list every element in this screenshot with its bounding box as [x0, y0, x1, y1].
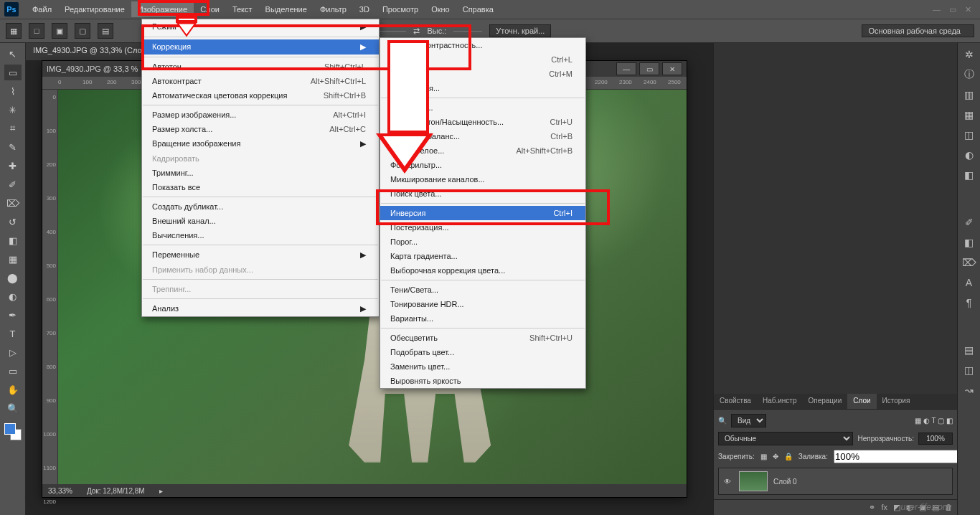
- width-field[interactable]: [377, 31, 406, 32]
- menu-item[interactable]: Показать все: [142, 180, 379, 194]
- visibility-icon[interactable]: 👁: [722, 478, 733, 486]
- dodge-tool-icon[interactable]: ◐: [4, 288, 22, 304]
- brushes-panel-icon[interactable]: ✐: [962, 215, 976, 230]
- menu-item[interactable]: Тени/Света...: [380, 283, 585, 297]
- brush-tool-icon[interactable]: ✐: [4, 176, 22, 192]
- menu-item[interactable]: Размер изображения...Alt+Ctrl+I: [142, 108, 379, 122]
- eraser-tool-icon[interactable]: ◧: [4, 232, 22, 248]
- character-panel-icon[interactable]: A: [962, 275, 976, 290]
- panel-tab-3[interactable]: Слои: [847, 394, 876, 409]
- layer-name[interactable]: Слой 0: [773, 478, 797, 486]
- menu-item[interactable]: Фотофильтр...: [380, 158, 585, 172]
- workspace-selector[interactable]: Основная рабочая среда: [862, 24, 974, 37]
- menu-файл[interactable]: Файл: [26, 1, 58, 17]
- menu-item[interactable]: ИнверсияCtrl+I: [380, 206, 585, 220]
- menu-редактирование[interactable]: Редактирование: [58, 1, 131, 17]
- pen-tool-icon[interactable]: ✒: [4, 307, 22, 323]
- clone-source-icon[interactable]: ⌦: [962, 255, 976, 270]
- lock-all-icon[interactable]: 🔒: [784, 453, 793, 460]
- menu-item[interactable]: Вращение изображения▶: [142, 136, 379, 151]
- minimize-icon[interactable]: —: [933, 5, 941, 14]
- menu-слои[interactable]: Слои: [194, 1, 226, 17]
- maximize-icon[interactable]: ▭: [949, 5, 956, 14]
- height-field[interactable]: [453, 31, 482, 32]
- menu-item[interactable]: Поиск цвета...: [380, 186, 585, 201]
- color-swatch[interactable]: [4, 423, 22, 440]
- paragraph-panel-icon[interactable]: ¶: [962, 296, 976, 310]
- selection-add-icon[interactable]: ▣: [52, 23, 67, 39]
- adjustments-panel-icon[interactable]: ◐: [962, 148, 976, 162]
- styles-panel-icon[interactable]: ◧: [962, 168, 976, 182]
- info-panel-icon[interactable]: ⓘ: [962, 67, 976, 82]
- crop-tool-icon[interactable]: ⌗: [4, 121, 22, 136]
- path-select-tool-icon[interactable]: ▷: [4, 344, 22, 360]
- panel-tab-4[interactable]: История: [877, 394, 916, 409]
- menu-item[interactable]: Экспозиция...: [380, 81, 585, 95]
- layer-row[interactable]: 👁 Слой 0: [718, 468, 953, 495]
- menu-item[interactable]: Коррекция▶: [142, 39, 379, 55]
- swap-icon[interactable]: ⇄: [413, 27, 420, 36]
- close-icon[interactable]: ✕: [965, 5, 971, 14]
- zoom-value[interactable]: 33,33%: [48, 487, 72, 495]
- menu-item[interactable]: Выборочная коррекция цвета...: [380, 263, 585, 278]
- history-brush-tool-icon[interactable]: ↺: [4, 214, 22, 230]
- menu-item[interactable]: ОбесцветитьShift+Ctrl+U: [380, 331, 585, 345]
- menu-item[interactable]: Постеризация...: [380, 220, 585, 235]
- doc-close-icon[interactable]: ✕: [662, 62, 682, 75]
- menu-item[interactable]: Цветовой тон/Насыщенность...Ctrl+U: [380, 115, 585, 129]
- layer-thumbnail[interactable]: [739, 471, 768, 491]
- lasso-tool-icon[interactable]: ⌇: [4, 83, 22, 99]
- menu-item[interactable]: Заменить цвет...: [380, 359, 585, 374]
- layer-filter-select[interactable]: Вид: [731, 414, 766, 427]
- menu-item[interactable]: Размер холста...Alt+Ctrl+C: [142, 122, 379, 136]
- menu-item[interactable]: Тримминг...: [142, 166, 379, 180]
- menu-item[interactable]: Варианты...: [380, 311, 585, 326]
- move-tool-icon[interactable]: ↖: [4, 46, 22, 62]
- menu-item[interactable]: Переменные▶: [142, 247, 379, 263]
- menu-item[interactable]: Подобрать цвет...: [380, 345, 585, 359]
- panel-tab-2[interactable]: Операции: [802, 394, 847, 409]
- eyedropper-tool-icon[interactable]: ✎: [4, 139, 22, 155]
- brush-presets-icon[interactable]: ◧: [962, 235, 976, 250]
- menu-item[interactable]: Тонирование HDR...: [380, 297, 585, 311]
- menu-item[interactable]: Цветовой баланс...Ctrl+B: [380, 129, 585, 143]
- tool-preset-icon[interactable]: ▦: [6, 23, 22, 39]
- type-tool-icon[interactable]: T: [4, 326, 22, 341]
- layer-mask-icon[interactable]: ◩: [893, 503, 900, 512]
- menu-изображение[interactable]: Изображение: [131, 1, 194, 17]
- refine-edge-button[interactable]: Уточн. край...: [489, 24, 551, 37]
- menu-item[interactable]: Вычисления...: [142, 228, 379, 242]
- menu-item[interactable]: Внешний канал...: [142, 214, 379, 228]
- menu-item[interactable]: Карта градиента...: [380, 249, 585, 263]
- menu-item[interactable]: АвтотонShift+Ctrl+L: [142, 60, 379, 74]
- menu-item[interactable]: АвтоконтрастAlt+Shift+Ctrl+L: [142, 74, 379, 88]
- layers-panel-icon[interactable]: ▤: [962, 343, 976, 357]
- menu-выделение[interactable]: Выделение: [259, 1, 314, 17]
- quick-select-tool-icon[interactable]: ✳: [4, 102, 22, 118]
- doc-minimize-icon[interactable]: —: [616, 62, 636, 75]
- panel-tab-1[interactable]: Наб.инстр: [757, 394, 803, 409]
- shape-tool-icon[interactable]: ▭: [4, 363, 22, 379]
- menu-item[interactable]: Режим▶: [142, 19, 379, 34]
- menu-item[interactable]: Уровни...Ctrl+L: [380, 52, 585, 67]
- menu-3d[interactable]: 3D: [353, 1, 376, 17]
- channels-panel-icon[interactable]: ◫: [962, 363, 976, 377]
- menu-просмотр[interactable]: Просмотр: [376, 1, 425, 17]
- menu-item[interactable]: Порог...: [380, 235, 585, 249]
- history-panel-icon[interactable]: ✲: [962, 47, 976, 62]
- blend-mode-select[interactable]: Обычные: [718, 432, 853, 445]
- menu-текст[interactable]: Текст: [226, 1, 259, 17]
- selection-subtract-icon[interactable]: ▢: [75, 23, 90, 39]
- menu-item[interactable]: Черно-белое...Alt+Shift+Ctrl+B: [380, 143, 585, 158]
- menu-item[interactable]: Создать дубликат...: [142, 199, 379, 214]
- fill-field[interactable]: [834, 450, 958, 463]
- blur-tool-icon[interactable]: ⬤: [4, 270, 22, 285]
- selection-new-icon[interactable]: □: [29, 23, 44, 39]
- healing-tool-icon[interactable]: ✚: [4, 158, 22, 174]
- hand-tool-icon[interactable]: ✋: [4, 382, 22, 397]
- panel-tab-0[interactable]: Свойства: [714, 394, 757, 409]
- menu-окно[interactable]: Окно: [425, 1, 456, 17]
- histogram-icon[interactable]: ▥: [962, 88, 976, 102]
- gradient-tool-icon[interactable]: ▦: [4, 251, 22, 267]
- selection-intersect-icon[interactable]: ▤: [98, 23, 113, 39]
